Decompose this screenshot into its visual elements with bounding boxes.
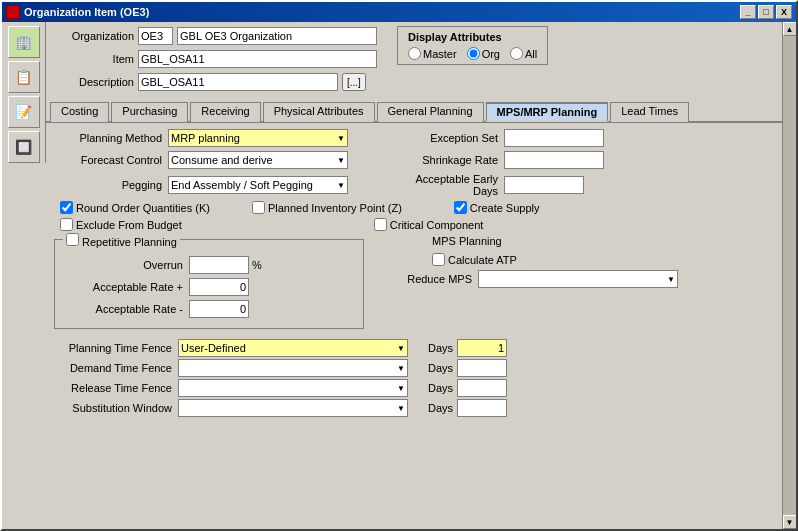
checkboxes-row2: Exclude From Budget Critical Component [60,218,776,231]
bottom-panels: Repetitive Planning Overrun % Acceptable… [52,235,776,333]
window-icon [6,5,20,19]
display-attributes-options: Master Org All [408,47,537,60]
content-area: Planning Method MRP planning ▼ Exception… [46,123,782,427]
substitution-window-arrow: ▼ [397,404,405,413]
vertical-scrollbar[interactable]: ▲ ▼ [782,22,796,529]
item-label: Item [54,53,134,65]
overrun-input[interactable] [189,256,249,274]
demand-time-fence-dropdown[interactable]: ▼ [178,359,408,377]
header-area: Organization Item Description [...] Disp… [46,22,796,99]
description-input[interactable] [138,73,338,91]
demand-days-label: Days [418,362,453,374]
critical-component-checkbox[interactable]: Critical Component [374,218,484,231]
overrun-row: Overrun % [63,256,355,274]
release-time-fence-arrow: ▼ [397,384,405,393]
tab-lead-times[interactable]: Lead Times [610,102,689,122]
exception-set-label: Exception Set [408,132,498,144]
ellipsis-button[interactable]: [...] [342,73,366,91]
side-btn-3[interactable]: 📝 [8,96,40,128]
title-bar: Organization Item (OE3) _ □ X [2,2,796,22]
forecast-control-dropdown[interactable]: Consume and derive ▼ [168,151,348,169]
pegging-dropdown[interactable]: End Assembly / Soft Pegging ▼ [168,176,348,194]
substitution-window-label: Substitution Window [52,402,172,414]
display-org-option[interactable]: Org [467,47,500,60]
time-fences-section: Planning Time Fence User-Defined ▼ Days … [52,339,776,417]
tab-purchasing[interactable]: Purchasing [111,102,188,122]
exception-set-input[interactable] [504,129,604,147]
release-time-fence-dropdown[interactable]: ▼ [178,379,408,397]
window-title: Organization Item (OE3) [24,6,149,18]
side-btn-1[interactable]: 🏢 [8,26,40,58]
planning-method-label: Planning Method [52,132,162,144]
calculate-atp-checkbox[interactable]: Calculate ATP [432,253,517,266]
forecast-control-value: Consume and derive [171,154,273,166]
tab-physical-attributes[interactable]: Physical Attributes [263,102,375,122]
mps-planning-section: MPS Planning Calculate ATP Reduce MPS ▼ [372,235,776,333]
side-toolbar: 🏢 📋 📝 🔲 [2,22,46,163]
planning-days-label: Days [418,342,453,354]
display-attributes-box: Display Attributes Master Org All [397,26,548,65]
planning-time-fence-label: Planning Time Fence [52,342,172,354]
acceptable-rate-plus-row: Acceptable Rate + [63,278,355,296]
display-all-option[interactable]: All [510,47,537,60]
tab-mps-mrp-planning[interactable]: MPS/MRP Planning [486,102,609,122]
planned-inventory-checkbox[interactable]: Planned Inventory Point (Z) [252,201,402,214]
tab-general-planning[interactable]: General Planning [377,102,484,122]
organization-label: Organization [54,30,134,42]
tabs-container: Costing Purchasing Receiving Physical At… [46,101,782,123]
shrinkage-rate-input[interactable] [504,151,604,169]
substitution-window-row: Substitution Window ▼ Days [52,399,776,417]
demand-time-fence-row: Demand Time Fence ▼ Days [52,359,776,377]
pegging-label: Pegging [52,179,162,191]
round-order-qty-checkbox[interactable]: Round Order Quantities (K) [60,201,210,214]
create-supply-checkbox[interactable]: Create Supply [454,201,540,214]
substitution-window-dropdown[interactable]: ▼ [178,399,408,417]
pegging-arrow: ▼ [337,181,345,190]
scroll-track[interactable] [783,36,796,515]
main-window: Organization Item (OE3) _ □ X 🏢 📋 📝 🔲 ▲ … [0,0,798,531]
release-days-label: Days [418,382,453,394]
description-label: Description [54,76,134,88]
planning-method-arrow: ▼ [337,134,345,143]
acceptable-rate-minus-label: Acceptable Rate - [63,303,183,315]
side-btn-4[interactable]: 🔲 [8,131,40,163]
organization-code-input[interactable] [138,27,173,45]
acceptable-early-days-label: Acceptable Early Days [388,173,498,197]
mps-planning-label: MPS Planning [432,235,776,247]
planning-time-fence-dropdown[interactable]: User-Defined ▼ [178,339,408,357]
acceptable-rate-plus-label: Acceptable Rate + [63,281,183,293]
side-btn-2[interactable]: 📋 [8,61,40,93]
reduce-mps-arrow: ▼ [667,275,675,284]
reduce-mps-label: Reduce MPS [392,273,472,285]
shrinkage-rate-label: Shrinkage Rate [408,154,498,166]
item-input[interactable] [138,50,377,68]
acceptable-rate-plus-input[interactable] [189,278,249,296]
acceptable-rate-minus-input[interactable] [189,300,249,318]
demand-time-fence-days-input[interactable] [457,359,507,377]
planning-method-dropdown[interactable]: MRP planning ▼ [168,129,348,147]
reduce-mps-dropdown[interactable]: ▼ [478,270,678,288]
maximize-button[interactable]: □ [758,5,774,19]
release-time-fence-days-input[interactable] [457,379,507,397]
scroll-up-button[interactable]: ▲ [783,22,797,36]
calculate-atp-row: Calculate ATP [432,253,776,266]
display-attributes-label: Display Attributes [408,31,537,43]
forecast-control-label: Forecast Control [52,154,162,166]
tab-receiving[interactable]: Receiving [190,102,260,122]
repetitive-planning-label[interactable]: Repetitive Planning [63,233,180,248]
organization-name-input[interactable] [177,27,377,45]
tab-costing[interactable]: Costing [50,102,109,122]
scroll-down-button[interactable]: ▼ [783,515,797,529]
planning-time-fence-days-input[interactable] [457,339,507,357]
acceptable-early-days-input[interactable] [504,176,584,194]
close-button[interactable]: X [776,5,792,19]
pegging-row: Pegging End Assembly / Soft Pegging ▼ Ac… [52,173,776,197]
percent-sign: % [252,259,262,271]
substitution-window-days-input[interactable] [457,399,507,417]
minimize-button[interactable]: _ [740,5,756,19]
exclude-budget-checkbox[interactable]: Exclude From Budget [60,218,182,231]
demand-time-fence-label: Demand Time Fence [52,362,172,374]
release-time-fence-row: Release Time Fence ▼ Days [52,379,776,397]
forecast-control-row: Forecast Control Consume and derive ▼ Sh… [52,151,776,169]
display-master-option[interactable]: Master [408,47,457,60]
